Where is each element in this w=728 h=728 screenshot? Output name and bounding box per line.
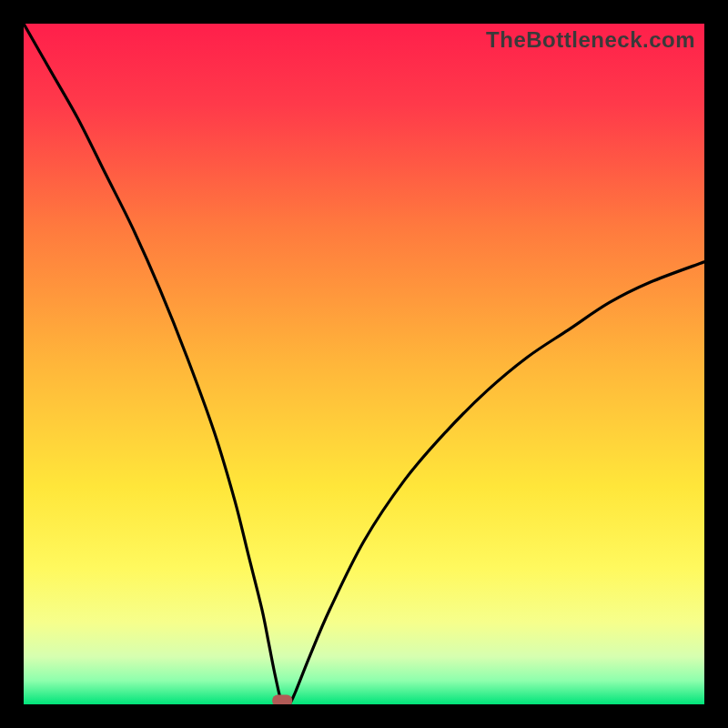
watermark-text: TheBottleneck.com [486,27,695,53]
gradient-background [24,24,704,704]
minimum-marker [272,695,292,705]
chart-frame: TheBottleneck.com [0,0,728,728]
plot-area: TheBottleneck.com [24,24,704,704]
bottleneck-chart [24,24,704,704]
